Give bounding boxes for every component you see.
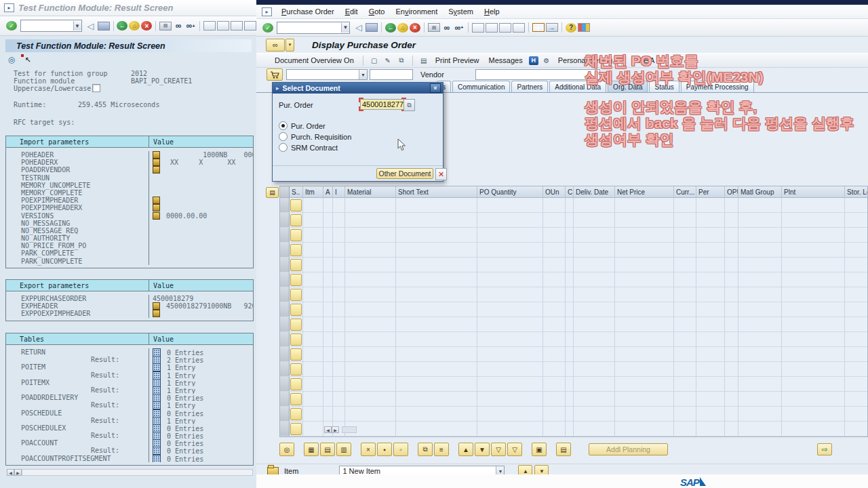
grid-cell[interactable] — [323, 228, 333, 242]
grid-cell[interactable] — [566, 347, 574, 361]
row-selector[interactable] — [280, 392, 290, 406]
grid-cell[interactable] — [333, 407, 345, 421]
pg2-icon[interactable] — [217, 21, 229, 30]
grid-cell[interactable] — [738, 332, 782, 346]
grid-cell[interactable] — [674, 332, 696, 346]
row-selector[interactable] — [280, 332, 290, 346]
other-document-icon[interactable]: ⧉ — [396, 56, 407, 66]
grid-cell[interactable] — [674, 228, 696, 242]
grid-cell[interactable] — [323, 243, 333, 257]
grid-cell[interactable] — [574, 258, 615, 272]
cancel-icon[interactable]: ✕ — [435, 168, 447, 180]
status-cell[interactable] — [290, 214, 302, 226]
grid-cell[interactable] — [845, 392, 868, 406]
grid-cell[interactable] — [566, 198, 574, 212]
grid-cell[interactable] — [845, 198, 868, 212]
grid-cell[interactable] — [303, 347, 323, 361]
table-row[interactable]: MEMORY_UNCOMPLETE — [6, 182, 253, 189]
grid-cell[interactable] — [738, 317, 782, 331]
grid-cell[interactable] — [725, 377, 738, 391]
grid-cell[interactable] — [290, 198, 303, 212]
grid-cell[interactable] — [696, 243, 725, 257]
grid-cell[interactable] — [303, 407, 323, 421]
structure-icon[interactable] — [153, 159, 160, 166]
grid-cell[interactable] — [290, 377, 303, 391]
grid-cell[interactable] — [290, 243, 303, 257]
table-row[interactable]: Result: 0 Entries — [6, 447, 253, 454]
grid-cell[interactable] — [574, 332, 615, 346]
grid-cell[interactable] — [696, 258, 725, 272]
radio-srm-contract[interactable]: SRM Contract — [279, 143, 338, 152]
grid-cell[interactable] — [615, 302, 674, 317]
grid-cell[interactable] — [615, 392, 674, 406]
grid-row[interactable] — [280, 377, 867, 392]
table-icon[interactable] — [153, 363, 161, 371]
grid-cell[interactable] — [566, 243, 574, 257]
grid-cell[interactable] — [738, 377, 782, 391]
grid-cell[interactable] — [738, 243, 782, 257]
grid-cell[interactable] — [290, 287, 303, 302]
chevron-down-icon[interactable]: ▼ — [341, 23, 349, 33]
column-header-poquantity[interactable]: PO Quantity — [477, 186, 543, 197]
grid-cell[interactable] — [725, 287, 738, 302]
grid-cell[interactable] — [674, 317, 696, 331]
grid-cell[interactable] — [738, 258, 782, 272]
grid-cell[interactable] — [323, 198, 333, 212]
order-type-select[interactable]: ▼ — [286, 69, 368, 80]
grid-cell[interactable] — [345, 243, 396, 257]
grid-cell[interactable] — [566, 317, 574, 331]
filterc-icon[interactable]: ▽ — [507, 443, 522, 456]
find-icon[interactable]: ∞ — [173, 20, 184, 31]
grid-cell[interactable] — [782, 302, 845, 317]
grid-cell[interactable] — [543, 228, 566, 242]
table-row[interactable]: POSCHEDULEX 0 Entries — [6, 424, 253, 432]
grid-cell[interactable] — [333, 302, 345, 317]
clip-icon[interactable]: ▣ — [532, 443, 547, 456]
grid-cell[interactable] — [566, 258, 574, 272]
scroll-left-icon[interactable]: ◀ — [7, 469, 14, 476]
grid-cell[interactable] — [725, 392, 738, 406]
grid-cell[interactable] — [725, 198, 738, 212]
grid-cell[interactable] — [696, 198, 725, 212]
grid-cell[interactable] — [543, 302, 566, 317]
table-row[interactable]: POITEM 1 Entry — [6, 363, 253, 371]
grid-cell[interactable] — [845, 302, 868, 317]
grid-row[interactable] — [280, 302, 867, 317]
grid-cell[interactable] — [303, 362, 323, 376]
grid-cell[interactable] — [845, 243, 868, 257]
grid-cell[interactable] — [574, 243, 615, 257]
grid-cell[interactable] — [396, 213, 477, 227]
grid-cell[interactable] — [738, 392, 782, 406]
table-row[interactable]: Result: 1 Entry — [6, 417, 253, 424]
other-document-button[interactable]: Other Document — [376, 168, 433, 179]
radio-button[interactable] — [279, 143, 288, 152]
table-icon[interactable] — [153, 371, 161, 379]
grid-cell[interactable] — [477, 258, 543, 272]
display-source-icon[interactable]: ◎ — [6, 54, 17, 65]
grid-cell[interactable] — [333, 317, 345, 331]
grid-cell[interactable] — [725, 228, 738, 242]
grid-cell[interactable] — [345, 198, 396, 212]
grid-cell[interactable] — [696, 272, 725, 287]
column-header-oun[interactable]: OUn — [543, 186, 566, 197]
table-row[interactable]: POADDRDELIVERY 0 Entries — [6, 394, 253, 401]
grid-cell[interactable] — [396, 377, 477, 391]
pg4-icon[interactable] — [244, 21, 256, 30]
grid-row[interactable] — [280, 258, 867, 272]
grid-cell[interactable] — [738, 407, 782, 421]
messages-button[interactable]: Messages — [486, 56, 526, 65]
row-selector[interactable] — [280, 362, 290, 376]
grid-cell[interactable] — [782, 317, 845, 331]
grid-cell[interactable] — [845, 258, 868, 272]
grid-cell[interactable] — [696, 317, 725, 331]
command-field[interactable]: ▼ — [20, 20, 82, 32]
grid-cell[interactable] — [782, 198, 845, 212]
grid-cell[interactable] — [725, 362, 738, 376]
grid-cell[interactable] — [290, 317, 303, 331]
grid-cell[interactable] — [845, 362, 868, 376]
create-document-icon[interactable]: ▢ — [369, 56, 380, 66]
column-header-plnt[interactable]: Plnt — [782, 186, 845, 197]
pg3-icon[interactable] — [231, 21, 243, 30]
grid-cell[interactable] — [574, 392, 615, 406]
status-cell[interactable] — [290, 408, 302, 420]
